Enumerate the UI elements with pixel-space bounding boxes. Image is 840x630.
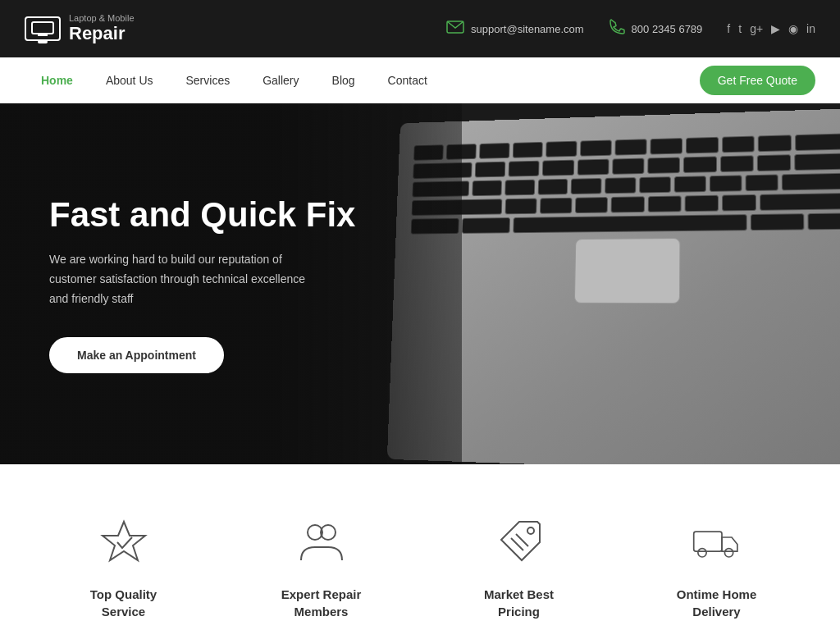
features-section: Top Quality Service Expert Repair Member…	[0, 464, 840, 630]
hero-section: Fast and Quick Fix We are working hard t…	[0, 103, 840, 464]
nav-link-home[interactable]: Home	[25, 59, 89, 102]
phone-text: 800 2345 6789	[632, 23, 703, 35]
appointment-button[interactable]: Make an Appointment	[49, 337, 224, 373]
logo: Laptop & Mobile Repair	[25, 13, 135, 44]
nav-item-home[interactable]: Home	[25, 59, 89, 102]
nav-link-contact[interactable]: Contact	[372, 59, 444, 102]
feature-pricing: Market Best Pricing	[420, 514, 618, 622]
get-free-quote-button[interactable]: Get Free Quote	[700, 66, 815, 95]
price-tag-icon	[491, 514, 548, 571]
facebook-icon[interactable]: f	[727, 22, 730, 35]
feature-quality: Top Quality Service	[25, 514, 222, 622]
svg-rect-0	[32, 22, 53, 34]
logo-text: Laptop & Mobile Repair	[69, 13, 135, 44]
nav-item-about[interactable]: About Us	[89, 59, 170, 102]
nav-link-services[interactable]: Services	[170, 59, 247, 102]
contact-info: support@sitename.com 800 2345 6789 f t g…	[446, 19, 815, 39]
navbar: Home About Us Services Gallery Blog Cont…	[0, 57, 840, 103]
email-icon	[446, 21, 464, 38]
nav-item-blog[interactable]: Blog	[316, 59, 372, 102]
email-text: support@sitename.com	[471, 23, 583, 35]
youtube-icon[interactable]: ▶	[771, 22, 780, 35]
svg-point-11	[697, 549, 705, 557]
nav-item-contact[interactable]: Contact	[372, 59, 444, 102]
nav-link-about[interactable]: About Us	[89, 59, 170, 102]
truck-icon	[688, 514, 746, 571]
feature-quality-title: Top Quality	[41, 587, 206, 601]
nav-item-services[interactable]: Services	[170, 59, 247, 102]
feature-delivery-subtitle: Delivery	[634, 605, 799, 619]
top-bar: Laptop & Mobile Repair support@sitename.…	[0, 0, 840, 57]
social-icons: f t g+ ▶ ◉ in	[727, 22, 815, 35]
feature-expert-title: Expert Repair	[239, 587, 404, 601]
feature-quality-subtitle: Service	[41, 605, 206, 619]
svg-rect-10	[693, 532, 721, 551]
phone-contact: 800 2345 6789	[609, 19, 703, 39]
feature-pricing-subtitle: Pricing	[436, 605, 601, 619]
hero-subtitle: We are working hard to build our reputat…	[49, 250, 312, 308]
svg-point-12	[724, 549, 733, 557]
nav-item-gallery[interactable]: Gallery	[246, 59, 315, 102]
hero-content: Fast and Quick Fix We are working hard t…	[0, 194, 404, 374]
team-icon	[293, 514, 350, 571]
logo-icon	[25, 16, 61, 41]
linkedin-icon[interactable]: in	[806, 22, 815, 35]
phone-icon	[609, 19, 625, 39]
feature-delivery: Ontime Home Delivery	[618, 514, 815, 622]
nav-links: Home About Us Services Gallery Blog Cont…	[25, 59, 444, 102]
instagram-icon[interactable]: ◉	[788, 22, 798, 35]
nav-link-gallery[interactable]: Gallery	[246, 59, 315, 102]
google-plus-icon[interactable]: g+	[750, 22, 763, 35]
twitter-icon[interactable]: t	[738, 22, 742, 35]
feature-expert: Expert Repair Members	[222, 514, 420, 622]
hero-title: Fast and Quick Fix	[49, 194, 355, 235]
svg-marker-4	[103, 522, 145, 560]
star-check-icon	[95, 514, 153, 571]
feature-pricing-title: Market Best	[436, 587, 601, 601]
email-contact: support@sitename.com	[446, 21, 583, 38]
svg-point-7	[527, 527, 534, 534]
feature-expert-subtitle: Members	[239, 605, 404, 619]
feature-delivery-title: Ontime Home	[634, 587, 799, 601]
nav-link-blog[interactable]: Blog	[316, 59, 372, 102]
